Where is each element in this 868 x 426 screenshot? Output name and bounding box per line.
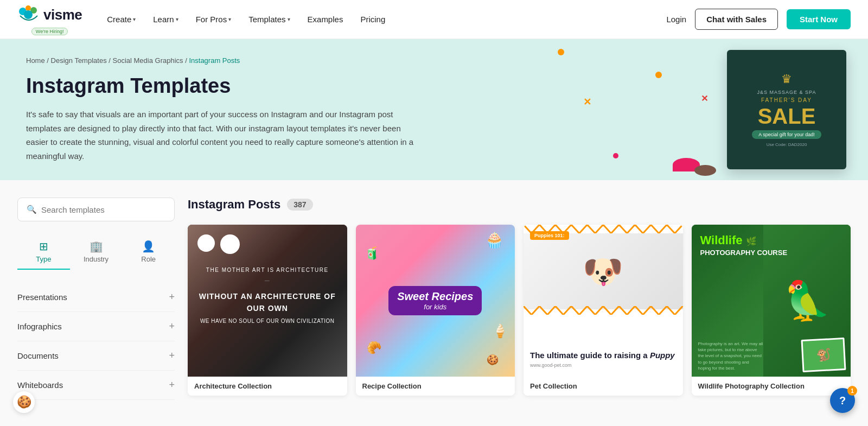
- recipes-subtitle: for kids: [397, 303, 473, 311]
- templates-header: Instagram Posts 387: [188, 198, 851, 212]
- logo: visme: [17, 4, 82, 27]
- main-content: 🔍 ⊞ Type 🏢 Industry 👤 Role Presentations…: [0, 180, 868, 400]
- logo-wrap[interactable]: visme We're Hiring!: [17, 4, 82, 35]
- plus-icon: +: [169, 379, 175, 391]
- breadcrumb-design-templates[interactable]: Design Templates: [51, 56, 107, 65]
- code-text: Use Code: DAD2020: [767, 142, 807, 147]
- gift-text: A special gift for your dad!: [752, 130, 821, 139]
- svg-point-1: [25, 5, 31, 11]
- sidebar-item-presentations[interactable]: Presentations +: [17, 283, 175, 312]
- template-card-puppy[interactable]: 🐶 Puppies 101: The ultimate guide to rai…: [524, 225, 683, 396]
- plus-icon: +: [169, 291, 175, 303]
- filter-tab-role[interactable]: 👤 Role: [122, 234, 175, 270]
- puppy-url: www.good-pet.com: [530, 363, 676, 368]
- chevron-down-icon: ▾: [176, 16, 178, 22]
- sidebar: 🔍 ⊞ Type 🏢 Industry 👤 Role Presentations…: [17, 198, 175, 400]
- templates-count-badge: 387: [287, 199, 312, 211]
- template-card-architecture[interactable]: THE MOTHER ART IS ARCHITECTURE — WITHOUT…: [188, 225, 347, 396]
- breadcrumb: Home / Design Templates / Social Media G…: [26, 56, 417, 65]
- nav-examples[interactable]: Examples: [300, 10, 351, 28]
- svg-point-3: [24, 10, 33, 19]
- plus-icon: +: [169, 321, 175, 332]
- template-label-wildlife: Wildlife Photography Collection: [692, 377, 851, 396]
- chat-with-sales-button[interactable]: Chat with Sales: [695, 9, 778, 30]
- type-icon: ⊞: [39, 240, 48, 253]
- decorative-cross: ✕: [583, 96, 591, 108]
- chevron-down-icon: ▾: [288, 16, 290, 22]
- template-preview-wildlife: 🦜 Wildlife 🌿 PHOTOGRAPHY COURSE 🐒 Photog…: [692, 225, 851, 377]
- crown-icon: ♛: [781, 72, 792, 86]
- breadcrumb-social-media[interactable]: Social Media Graphics: [113, 56, 183, 65]
- help-notification-badge: 1: [847, 386, 857, 396]
- template-card-recipes[interactable]: 🧁 🧃 🍦 🥐 🍪 Sweet Recipes for kids Recipe …: [356, 225, 515, 396]
- filter-tab-industry[interactable]: 🏢 Industry: [70, 234, 123, 270]
- sidebar-item-whiteboards[interactable]: Whiteboards +: [17, 371, 175, 400]
- decorative-cross: ✕: [701, 93, 708, 104]
- industry-icon: 🏢: [90, 240, 103, 253]
- event-name: FATHER'S DAY: [761, 97, 812, 103]
- templates-grid: THE MOTHER ART IS ARCHITECTURE — WITHOUT…: [188, 225, 851, 396]
- nav-templates[interactable]: Templates ▾: [241, 10, 297, 28]
- search-icon: 🔍: [27, 205, 37, 214]
- decorative-dot: [558, 49, 564, 55]
- search-input[interactable]: [41, 205, 165, 214]
- logo-icon: [17, 4, 40, 27]
- brand-name: visme: [43, 7, 82, 23]
- recipes-title: Sweet Recipes: [397, 290, 473, 303]
- hiring-badge: We're Hiring!: [31, 28, 68, 35]
- wildlife-subtitle: PHOTOGRAPHY COURSE: [700, 249, 843, 257]
- speech-bubble-1: [197, 234, 215, 252]
- start-now-button[interactable]: Start Now: [787, 9, 851, 29]
- role-icon: 👤: [142, 240, 155, 253]
- sale-text: SALE: [758, 105, 816, 127]
- template-preview-architecture: THE MOTHER ART IS ARCHITECTURE — WITHOUT…: [188, 225, 347, 377]
- nav-create[interactable]: Create ▾: [99, 10, 143, 28]
- templates-section-title: Instagram Posts: [188, 198, 280, 212]
- question-mark-icon: ?: [839, 395, 846, 400]
- hero-template-preview: ♛ J&S MASSAGE & SPA FATHER'S DAY SALE A …: [727, 50, 846, 169]
- nav-pricing[interactable]: Pricing: [353, 10, 393, 28]
- navbar-right: Login Chat with Sales Start Now: [666, 9, 851, 30]
- sidebar-item-infographics[interactable]: Infographics +: [17, 312, 175, 341]
- wildlife-title: Wildlife 🌿: [700, 233, 843, 247]
- template-label-recipes: Recipe Collection: [356, 377, 515, 396]
- wildlife-photo-thumbnail: 🐒: [801, 338, 846, 372]
- plus-icon: +: [169, 350, 175, 361]
- template-label-architecture: Architecture Collection: [188, 377, 347, 396]
- navbar: visme We're Hiring! Create ▾ Learn ▾ For…: [0, 0, 868, 39]
- cookie-icon: 🍪: [17, 395, 31, 400]
- speech-bubble-2: [220, 234, 240, 254]
- decorative-shape: [694, 165, 716, 176]
- nav-learn[interactable]: Learn ▾: [145, 10, 186, 28]
- hero-description: It's safe to say that visuals are an imp…: [26, 107, 417, 163]
- decorative-dot: [655, 72, 662, 78]
- zigzag-middle-icon: [524, 306, 683, 315]
- breadcrumb-current: Instagram Posts: [189, 56, 240, 65]
- template-card-wildlife[interactable]: 🦜 Wildlife 🌿 PHOTOGRAPHY COURSE 🐒 Photog…: [692, 225, 851, 396]
- hero-card-wrap: ♛ J&S MASSAGE & SPA FATHER'S DAY SALE A …: [727, 50, 846, 169]
- template-preview-puppy: 🐶 Puppies 101: The ultimate guide to rai…: [524, 225, 683, 377]
- nav-items: Create ▾ Learn ▾ For Pros ▾ Templates ▾ …: [99, 10, 393, 28]
- arch-quote-3: WE HAVE NO SOUL OF OUR OWN CIVILIZATION: [199, 317, 336, 326]
- template-preview-recipes: 🧁 🧃 🍦 🥐 🍪 Sweet Recipes for kids: [356, 225, 515, 377]
- nav-for-pros[interactable]: For Pros ▾: [188, 10, 239, 28]
- filter-tab-type[interactable]: ⊞ Type: [17, 234, 70, 270]
- sidebar-item-documents[interactable]: Documents +: [17, 341, 175, 371]
- navbar-left: visme We're Hiring! Create ▾ Learn ▾ For…: [17, 4, 393, 35]
- page-title: Instagram Templates: [26, 74, 417, 98]
- puppy-tag: Puppies 101:: [530, 231, 569, 240]
- arch-quote-1: THE MOTHER ART IS ARCHITECTURE: [199, 266, 336, 275]
- filter-tabs: ⊞ Type 🏢 Industry 👤 Role: [17, 234, 175, 270]
- search-box[interactable]: 🔍: [17, 198, 175, 221]
- hero-banner: ✕ ✕ Home / Design Templates / Social Med…: [0, 39, 868, 180]
- spa-name: J&S MASSAGE & SPA: [757, 90, 816, 95]
- puppy-title: The ultimate guide to raising a Puppy: [530, 350, 676, 361]
- arch-quote-2: WITHOUT AN ARCHITECTURE OF OUR OWN: [199, 290, 336, 315]
- templates-area: Instagram Posts 387 THE MOTHER ART IS AR…: [188, 198, 851, 400]
- chevron-down-icon: ▾: [133, 16, 136, 22]
- login-button[interactable]: Login: [666, 15, 686, 24]
- hero-content: Home / Design Templates / Social Media G…: [26, 56, 417, 163]
- template-label-puppy: Pet Collection: [524, 377, 683, 396]
- breadcrumb-home[interactable]: Home: [26, 56, 45, 65]
- decorative-dot: [613, 153, 618, 158]
